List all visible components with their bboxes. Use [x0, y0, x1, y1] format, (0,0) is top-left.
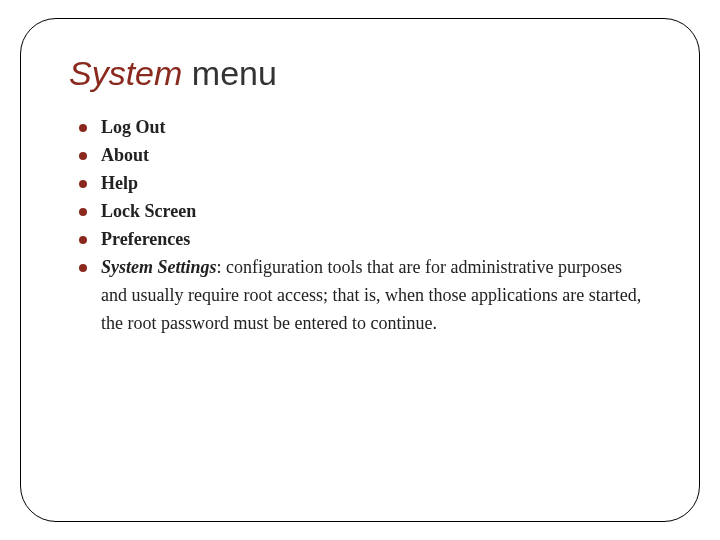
list-item: Help	[75, 170, 651, 198]
title-rest: menu	[182, 54, 277, 92]
list-item-text: About	[101, 145, 149, 165]
bullet-list: Log OutAboutHelpLock ScreenPreferencesSy…	[69, 114, 651, 337]
list-item-text: Help	[101, 173, 138, 193]
list-item: About	[75, 142, 651, 170]
list-item-text: Log Out	[101, 117, 166, 137]
list-item: Preferences	[75, 226, 651, 254]
slide-frame: System menu Log OutAboutHelpLock ScreenP…	[20, 18, 700, 522]
slide-title: System menu	[69, 55, 651, 92]
slide: System menu Log OutAboutHelpLock ScreenP…	[0, 0, 720, 540]
list-item: System Settingsconfiguration tools that …	[75, 254, 651, 338]
title-emph: System	[69, 54, 182, 92]
list-item: Log Out	[75, 114, 651, 142]
list-item-label: System Settings	[101, 257, 226, 277]
list-item: Lock Screen	[75, 198, 651, 226]
list-item-text: Preferences	[101, 229, 190, 249]
list-item-text: Lock Screen	[101, 201, 196, 221]
